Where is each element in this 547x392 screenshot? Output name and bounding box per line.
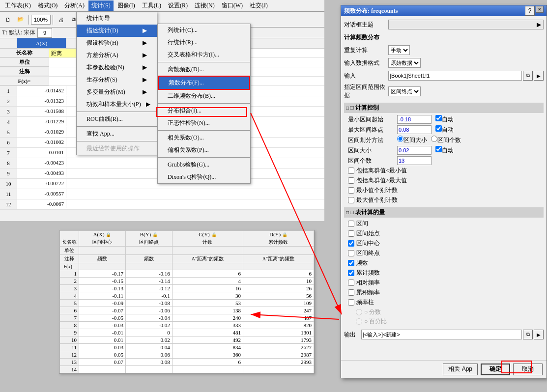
- menu-stats-wizard[interactable]: 统计向导: [77, 12, 157, 25]
- output-browse-btn[interactable]: ⧉: [523, 330, 533, 339]
- submenu-normality[interactable]: 正态性检验(N)...: [158, 117, 250, 129]
- cell-A8[interactable]: -0.03: [79, 322, 126, 329]
- font-size-input[interactable]: 9: [37, 28, 52, 38]
- tbl-relfreq-check[interactable]: [348, 280, 354, 286]
- depend-select[interactable]: 区间终点: [388, 86, 421, 96]
- max-ind-check[interactable]: [348, 197, 354, 203]
- input-browse-btn[interactable]: ⧉: [523, 71, 533, 81]
- ok-btn[interactable]: 确定: [481, 364, 510, 375]
- new-btn[interactable]: 🗋: [2, 14, 14, 26]
- menu-window[interactable]: 窗口(W): [219, 0, 246, 11]
- cell-D2[interactable]: 10: [243, 278, 314, 285]
- cell-A12[interactable]: -0.0067: [17, 199, 66, 208]
- cell-A9[interactable]: -0.00493: [17, 168, 66, 177]
- submenu-grubbs[interactable]: Grubbs检验(G)...: [158, 159, 250, 171]
- cell-C3[interactable]: 16: [172, 285, 243, 292]
- table-section-header[interactable]: □ 表计算的量: [344, 207, 544, 218]
- menu-stats[interactable]: 统计(S): [88, 0, 114, 11]
- output-arrow-btn[interactable]: ▶: [534, 330, 544, 339]
- cell-C7[interactable]: 240: [172, 314, 243, 322]
- related-app-btn[interactable]: 相关 App: [443, 364, 478, 375]
- cell-C2[interactable]: 4: [172, 278, 243, 285]
- interval-size-auto-check[interactable]: [435, 146, 442, 152]
- menu-multivar[interactable]: 多变量分析(M) ▶: [77, 86, 157, 98]
- cell-A6[interactable]: -0.07: [79, 307, 126, 314]
- dialog-help-btn[interactable]: ?: [525, 6, 535, 16]
- cell-B9[interactable]: 0: [125, 329, 172, 336]
- cell-D12[interactable]: 2987: [243, 351, 314, 359]
- cell-B1[interactable]: -0.16: [125, 270, 172, 278]
- dialog-close-btn[interactable]: ✕: [536, 6, 544, 13]
- freq-frac-radio[interactable]: [356, 309, 362, 315]
- menu-social[interactable]: 社交(J): [247, 0, 271, 11]
- cell-C4[interactable]: 30: [172, 292, 243, 300]
- cell-A12[interactable]: 0.05: [79, 351, 126, 359]
- cell-B11[interactable]: 0.04: [125, 344, 172, 351]
- min-start-auto-check[interactable]: [435, 115, 442, 121]
- menu-image[interactable]: 图像(I): [115, 0, 138, 11]
- cell-B13[interactable]: 0.08: [125, 359, 172, 366]
- menu-power[interactable]: 功效和样本量大小(P) ▶: [77, 98, 157, 111]
- cell-A3[interactable]: -0.13: [79, 285, 126, 292]
- menu-anova[interactable]: 方差分析(A) ▶: [77, 49, 157, 61]
- cell-A7[interactable]: -0.0101: [17, 148, 66, 157]
- cell-A3[interactable]: -0.01508: [17, 107, 66, 115]
- interval-size-radio[interactable]: [397, 136, 403, 142]
- submenu-cross-tab[interactable]: 交叉表格和卡方(I)...: [158, 49, 250, 61]
- submenu-row-stats[interactable]: 行统计(R)...: [158, 36, 250, 49]
- cell-C14[interactable]: [172, 366, 243, 373]
- cancel-btn[interactable]: 取消: [513, 364, 543, 375]
- tbl-end-check[interactable]: [348, 250, 354, 256]
- min-ind-check[interactable]: [348, 187, 354, 194]
- cell-D6[interactable]: 247: [243, 307, 314, 314]
- menu-analysis[interactable]: 分析(A): [61, 0, 87, 11]
- cell-A10[interactable]: 0.01: [79, 336, 126, 344]
- cell-C11[interactable]: 834: [172, 344, 243, 351]
- menu-worktable[interactable]: 工作表(K): [2, 0, 34, 11]
- cell-D1[interactable]: 6: [243, 270, 314, 278]
- cell-B12[interactable]: 0.06: [125, 351, 172, 359]
- tbl-cumfreq-check[interactable]: [348, 270, 354, 276]
- cell-B4[interactable]: -0.1: [125, 292, 172, 300]
- cell-D5[interactable]: 109: [243, 300, 314, 307]
- print-btn[interactable]: 🖨: [55, 14, 67, 26]
- menu-format[interactable]: 格式(O): [35, 0, 61, 11]
- cell-A14[interactable]: [79, 366, 126, 373]
- submenu-freq-dist[interactable]: 频数分布(F)...: [158, 76, 250, 90]
- cell-A1[interactable]: -0.01452: [17, 86, 66, 95]
- cell-B5[interactable]: -0.08: [125, 300, 172, 307]
- cell-D3[interactable]: 26: [243, 285, 314, 292]
- interval-count-input[interactable]: 13: [397, 156, 432, 165]
- tbl-start-check[interactable]: [348, 230, 354, 237]
- submenu-dist-fit[interactable]: 分布拟合(I)...: [158, 105, 250, 117]
- submenu-discrete-freq[interactable]: 离散频数(D)...: [158, 63, 250, 76]
- cell-D11[interactable]: 2627: [243, 344, 314, 351]
- cell-D14[interactable]: [243, 366, 314, 373]
- menu-tools[interactable]: 工具(L): [139, 0, 164, 11]
- submenu-partial-corr[interactable]: 偏相关系数(P)...: [158, 144, 250, 156]
- tbl-center-check[interactable]: [348, 240, 354, 247]
- col-D-hdr[interactable]: D(Y) 🔒: [243, 231, 314, 238]
- menu-survival[interactable]: 生存分析(S) ▶: [77, 74, 157, 86]
- cell-B3[interactable]: -0.12: [125, 285, 172, 292]
- submenu-2d-freq[interactable]: 二维频数分布(B)...: [158, 90, 250, 102]
- tbl-freq-check[interactable]: [348, 260, 354, 266]
- cell-A13[interactable]: 0.07: [79, 359, 126, 366]
- output-input[interactable]: [<输入>]<新建>: [361, 330, 522, 339]
- submenu-col-stats[interactable]: 列统计(C)...: [158, 24, 250, 36]
- col-C-hdr[interactable]: C(Y) 🔒: [172, 231, 243, 238]
- min-start-input[interactable]: -0.18: [397, 115, 432, 124]
- col-B-hdr[interactable]: B(Y) 🔒: [125, 231, 172, 238]
- cell-A2[interactable]: -0.01323: [17, 96, 66, 105]
- menu-nonparam[interactable]: 非参数检验(N) ▶: [77, 61, 157, 74]
- cell-C9[interactable]: 481: [172, 329, 243, 336]
- input-format-select[interactable]: 原始数据: [388, 58, 421, 68]
- cell-A4[interactable]: -0.01229: [17, 117, 66, 126]
- submenu-dixon[interactable]: Dixon's Q检验(Q)...: [158, 171, 250, 183]
- cell-B14[interactable]: [125, 366, 172, 373]
- menu-connect[interactable]: 连接(N): [192, 0, 218, 11]
- col-header-A[interactable]: A(X): [17, 38, 66, 48]
- input-field[interactable]: [Book1]Sheet1!1: [388, 71, 522, 81]
- cell-C12[interactable]: 360: [172, 351, 243, 359]
- cell-D4[interactable]: 56: [243, 292, 314, 300]
